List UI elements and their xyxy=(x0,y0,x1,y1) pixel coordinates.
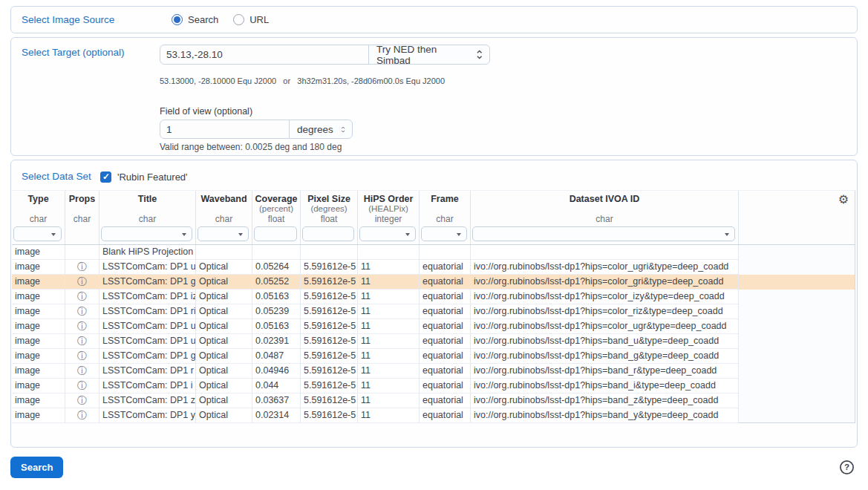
cell-pixel-size: 5.591612e-5 xyxy=(301,364,358,379)
row-filler xyxy=(739,290,855,304)
info-icon[interactable]: ⓘ xyxy=(77,321,87,332)
radio-option-url[interactable]: URL xyxy=(233,14,269,25)
column-name: Dataset IVOA ID xyxy=(471,195,738,204)
column-filter-select[interactable] xyxy=(472,226,735,241)
column-subtitle: (HEALPix) xyxy=(358,204,419,214)
table-row[interactable]: imageⓘLSSTComCam: DP1 uOptical0.023915.5… xyxy=(12,334,855,349)
column-filter-input[interactable] xyxy=(254,226,297,241)
cell-hips-order: 11 xyxy=(358,349,420,364)
column-dtype: integer xyxy=(358,214,419,224)
cell-props: ⓘ xyxy=(65,349,99,364)
column-filter-select[interactable] xyxy=(421,226,467,241)
caret-down-icon xyxy=(238,233,243,236)
fov-unit-dropdown[interactable]: degrees xyxy=(289,120,353,139)
column-header-pixel-size[interactable]: Pixel Size(degrees)float xyxy=(301,191,358,244)
info-icon[interactable]: ⓘ xyxy=(77,276,87,287)
cell-type: image xyxy=(12,319,65,334)
table-row[interactable]: imageⓘLSSTComCam: DP1 griOptical0.052525… xyxy=(12,275,855,290)
rubin-featured-checkbox[interactable] xyxy=(100,172,111,183)
info-icon[interactable]: ⓘ xyxy=(77,380,87,391)
caret-down-icon xyxy=(51,233,56,236)
column-filter-input[interactable] xyxy=(302,226,354,241)
column-header-hips-order[interactable]: HiPS Order(HEALPix)integer xyxy=(358,191,420,244)
cell-pixel-size: 5.591612e-5 xyxy=(301,349,358,364)
column-name: Props xyxy=(65,195,99,204)
column-dtype: char xyxy=(12,214,65,224)
info-icon[interactable]: ⓘ xyxy=(77,395,87,406)
column-dtype: float xyxy=(252,214,300,224)
info-icon[interactable]: ⓘ xyxy=(77,350,87,362)
column-subtitle: (percent) xyxy=(252,204,300,214)
search-button[interactable]: Search xyxy=(10,457,63,478)
column-header-waveband[interactable]: Wavebandchar xyxy=(196,191,252,244)
target-input[interactable] xyxy=(160,45,369,65)
column-dtype: char xyxy=(196,214,252,224)
cell-pixel-size: 5.591612e-5 xyxy=(301,304,358,319)
info-icon[interactable]: ⓘ xyxy=(77,261,87,272)
cell-type: image xyxy=(12,334,65,349)
cell-waveband: Optical xyxy=(196,260,252,275)
info-icon[interactable]: ⓘ xyxy=(77,306,87,317)
row-filler xyxy=(739,364,855,379)
column-filter-select[interactable] xyxy=(101,226,192,241)
info-icon[interactable]: ⓘ xyxy=(77,291,87,302)
cell-title: LSSTComCam: DP1 r xyxy=(99,364,196,379)
cell-frame: equatorial xyxy=(420,290,471,304)
cell-ivoa-id: ivo://org.rubinobs/lsst-dp1?hips=band_i&… xyxy=(471,379,739,393)
cell-frame: equatorial xyxy=(420,260,471,275)
info-icon[interactable]: ⓘ xyxy=(77,410,87,421)
cell-coverage xyxy=(252,245,301,260)
table-row[interactable]: imageⓘLSSTComCam: DP1 gOptical0.04875.59… xyxy=(12,349,855,364)
column-name: Pixel Size xyxy=(301,195,357,204)
column-header-dataset-ivoa-id[interactable]: Dataset IVOA IDchar xyxy=(471,191,739,244)
help-icon[interactable]: ? xyxy=(839,460,855,475)
column-dtype: char xyxy=(65,214,99,224)
column-header-props[interactable]: Propschar xyxy=(65,191,99,244)
table-row[interactable]: imageⓘLSSTComCam: DP1 zOptical0.036375.5… xyxy=(12,393,855,408)
table-row[interactable]: imageⓘLSSTComCam: DP1 iOptical0.0445.591… xyxy=(12,379,855,393)
up-down-chevron-icon xyxy=(476,49,483,60)
table-row[interactable]: imageⓘLSSTComCam: DP1 izyOptical0.051635… xyxy=(12,290,855,304)
cell-pixel-size xyxy=(301,245,358,260)
cell-waveband: Optical xyxy=(196,349,252,364)
cell-props: ⓘ xyxy=(65,260,99,275)
column-header-frame[interactable]: Framechar xyxy=(420,191,471,244)
fov-input[interactable] xyxy=(160,120,290,139)
table-row[interactable]: imageⓘLSSTComCam: DP1 rizOptical0.052395… xyxy=(12,304,855,319)
caret-down-icon xyxy=(182,233,186,236)
column-name: Type xyxy=(12,195,65,204)
cell-title: LSSTComCam: DP1 z xyxy=(99,393,196,408)
cell-props: ⓘ xyxy=(65,364,99,379)
column-filter-select[interactable] xyxy=(359,226,416,241)
table-row[interactable]: imageⓘLSSTComCam: DP1 ugriOptical0.05264… xyxy=(12,260,855,275)
cell-hips-order: 11 xyxy=(358,304,420,319)
info-icon[interactable]: ⓘ xyxy=(77,336,87,347)
caret-down-icon xyxy=(457,233,461,236)
cell-frame: equatorial xyxy=(420,408,471,423)
cell-type: image xyxy=(12,290,65,304)
cell-hips-order: 11 xyxy=(358,290,420,304)
column-header-title[interactable]: Titlechar xyxy=(99,191,196,244)
radio-option-search[interactable]: Search xyxy=(172,14,218,25)
cell-type: image xyxy=(12,304,65,319)
table-row[interactable]: imageⓘLSSTComCam: DP1 yOptical0.023145.5… xyxy=(12,408,855,423)
column-header-type[interactable]: Typechar xyxy=(12,191,65,244)
fov-label: Field of view (optional) xyxy=(160,106,252,117)
resolver-dropdown[interactable]: Try NED then Simbad xyxy=(368,45,490,65)
radio-icon[interactable] xyxy=(233,14,244,25)
cell-pixel-size: 5.591612e-5 xyxy=(301,275,358,290)
table-row[interactable]: imageⓘLSSTComCam: DP1 ugrOptical0.051635… xyxy=(12,319,855,334)
radio-icon[interactable] xyxy=(172,14,183,25)
cell-hips-order: 11 xyxy=(358,334,420,349)
table-row[interactable]: imageBlank HiPS Projection xyxy=(12,245,855,260)
column-filter-select[interactable] xyxy=(198,226,249,241)
table-row[interactable]: imageⓘLSSTComCam: DP1 rOptical0.049465.5… xyxy=(12,364,855,379)
column-header-coverage[interactable]: Coverage(percent)float xyxy=(252,191,301,244)
settings-gear-icon[interactable]: ⚙ xyxy=(838,192,849,206)
cell-type: image xyxy=(12,379,65,393)
row-filler xyxy=(739,275,855,290)
column-subtitle: (degrees) xyxy=(301,204,357,214)
cell-ivoa-id: ivo://org.rubinobs/lsst-dp1?hips=band_u&… xyxy=(471,334,739,349)
info-icon[interactable]: ⓘ xyxy=(77,365,87,376)
column-filter-select[interactable] xyxy=(13,226,62,241)
